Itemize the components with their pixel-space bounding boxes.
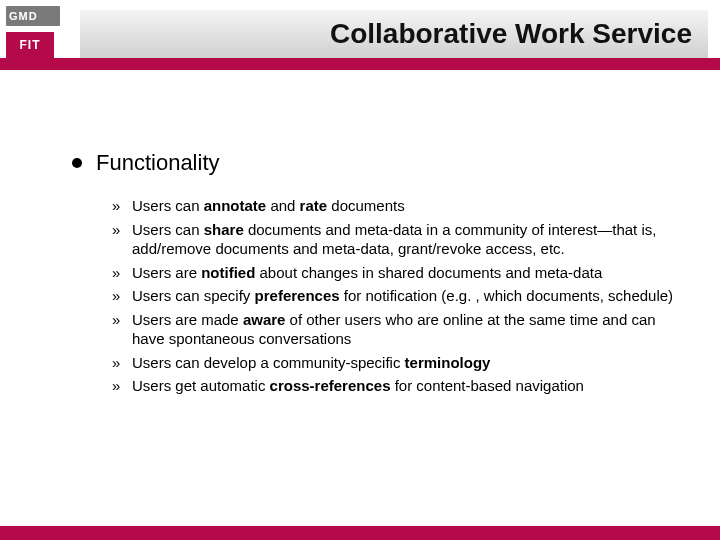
logo-fit-text: FIT [6,32,54,58]
brand-logo: GMD FIT [6,6,78,58]
slide-body: Functionality Users can annotate and rat… [72,150,680,400]
list-item: Users can annotate and rate documents [112,196,680,216]
list-item: Users are notified about changes in shar… [112,263,680,283]
list-item: Users can develop a community-specific t… [112,353,680,373]
bullet-list: Users can annotate and rate documentsUse… [112,196,680,396]
slide-title: Collaborative Work Service [330,18,692,50]
list-item: Users can specify preferences for notifi… [112,286,680,306]
accent-bar [0,58,720,70]
section-heading: Functionality [96,150,220,176]
footer-bar [0,526,720,540]
logo-gmd-text: GMD [6,6,60,26]
list-item: Users are made aware of other users who … [112,310,680,349]
list-item: Users can share documents and meta-data … [112,220,680,259]
title-band: Collaborative Work Service [80,10,708,58]
bullet-dot-icon [72,158,82,168]
heading-row: Functionality [72,150,680,176]
slide: GMD FIT Collaborative Work Service Funct… [0,0,720,540]
list-item: Users get automatic cross-references for… [112,376,680,396]
